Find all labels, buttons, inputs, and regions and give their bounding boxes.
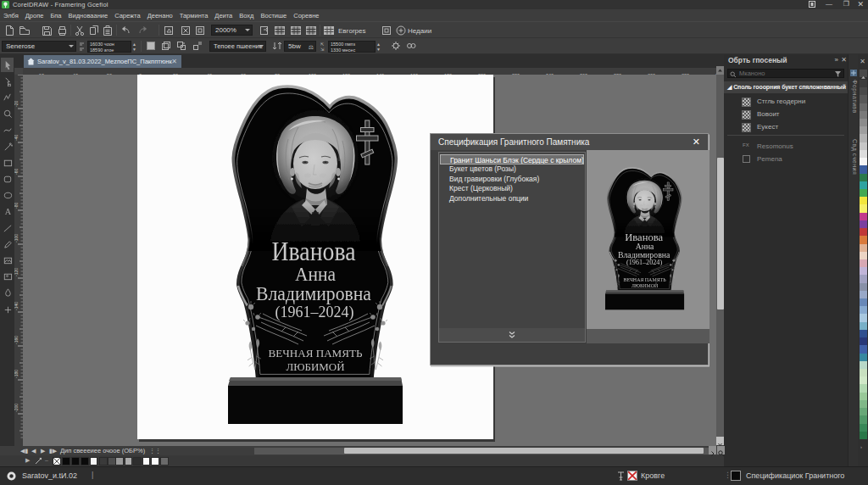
svg-text:-60: -60: [14, 169, 19, 175]
svg-text:-100: -100: [14, 234, 19, 242]
svg-text:-120: -120: [14, 268, 19, 276]
svg-text:-40: -40: [14, 135, 19, 141]
svg-text:-160: -160: [14, 336, 19, 344]
svg-text:-80: -80: [14, 203, 19, 209]
svg-text:-180: -180: [14, 370, 19, 378]
svg-text:A: A: [4, 207, 11, 216]
svg-text:-20: -20: [14, 101, 19, 107]
svg-text:-140: -140: [14, 302, 19, 310]
svg-text:-200: -200: [14, 404, 19, 412]
